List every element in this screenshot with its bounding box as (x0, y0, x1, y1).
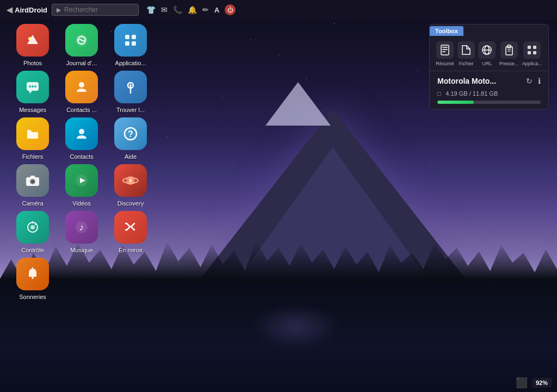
svg-rect-39 (442, 51, 445, 52)
app-item-discovery[interactable]: Discovery (109, 164, 152, 207)
storage-device-icon: □ (437, 90, 441, 97)
contacts-cyan-icon (65, 117, 98, 150)
app-item-musique[interactable]: ♪ Musique (60, 211, 103, 253)
search-icon: ▶ (57, 7, 61, 14)
app-item-contacts-cyan[interactable]: Contacts (60, 117, 103, 160)
svg-point-20 (31, 180, 34, 183)
svg-text:♪: ♪ (79, 222, 84, 233)
bottom-bar: ⬛ 92% (516, 377, 552, 389)
app-item-photos[interactable]: Photos (11, 24, 54, 66)
fichier-icon (457, 41, 475, 59)
app-item-aide[interactable]: ? Aide (109, 117, 152, 160)
svg-point-11 (34, 85, 36, 88)
en-miroir-icon (114, 211, 147, 244)
app-item-contacts-orange[interactable]: Contacts ... (60, 71, 103, 113)
app-item-fichiers[interactable]: Fichiers (11, 117, 54, 160)
storage-info: □ 4.19 GB / 11.81 GB (437, 90, 541, 97)
search-bar[interactable]: ▶ (52, 4, 139, 16)
power-icon[interactable]: ⏻ (225, 4, 236, 15)
svg-rect-48 (533, 46, 536, 49)
screen-cast-icon[interactable]: ⬛ (516, 377, 528, 389)
tool-url[interactable]: URL (478, 41, 496, 66)
aide-label: Aide (125, 153, 137, 160)
pencil-icon[interactable]: ✏ (202, 5, 209, 14)
app-item-camera[interactable]: Caméra (11, 164, 54, 207)
topbar-icons: 👕 ✉ 📞 🔔 ✏ A ⏻ (146, 4, 236, 15)
fichiers-icon (16, 117, 49, 150)
toolbox-tab[interactable]: Toolbox (430, 26, 463, 36)
app-item-controle[interactable]: Contrôle (11, 211, 54, 253)
toolbox-tools: Résumé Fichier URL Presse... (430, 36, 548, 71)
svg-rect-5 (125, 41, 129, 46)
applica-icon (523, 41, 541, 59)
applica-label: Applica... (522, 61, 542, 66)
svg-rect-49 (528, 51, 531, 54)
device-info: Motorola Moto... ↻ ℹ □ 4.19 GB / 11.81 G… (430, 71, 548, 109)
device-actions: ↻ ℹ (526, 77, 541, 85)
messages-icon (16, 71, 49, 103)
info-icon[interactable]: ℹ (538, 77, 541, 85)
camera-icon (16, 164, 49, 197)
svg-rect-3 (125, 35, 129, 39)
svg-point-27 (30, 225, 35, 229)
tool-fichier[interactable]: Fichier (457, 41, 475, 66)
app-item-messages[interactable]: Messages (11, 71, 54, 113)
contacts-orange-label: Contacts ... (66, 107, 97, 113)
shirt-icon[interactable]: 👕 (146, 5, 156, 14)
water-reflection-decoration (252, 305, 339, 349)
svg-point-10 (32, 85, 34, 88)
phone-icon[interactable]: 📞 (173, 5, 182, 14)
app-item-trouver[interactable]: Trouver l... (109, 71, 152, 113)
mail-icon[interactable]: ✉ (161, 5, 168, 14)
device-name: Motorola Moto... (437, 77, 496, 85)
aide-icon: ? (114, 117, 147, 150)
presse-icon (500, 41, 518, 59)
bell-icon[interactable]: 🔔 (188, 5, 197, 14)
photos-label: Photos (23, 60, 42, 66)
controle-label: Contrôle (21, 247, 44, 253)
camera-label: Caméra (22, 200, 43, 207)
text-icon[interactable]: A (214, 6, 219, 14)
back-arrow-icon[interactable]: ◀ (7, 5, 13, 14)
videos-label: Vidéos (72, 200, 90, 207)
contacts-cyan-label: Contacts (70, 153, 93, 160)
snow-decoration (265, 82, 331, 126)
storage-bar (437, 101, 541, 104)
app-title: AirdDroid (15, 6, 47, 14)
svg-rect-4 (132, 35, 136, 39)
journal-label: Journal d'... (66, 60, 97, 66)
app-item-videos[interactable]: Vidéos (60, 164, 103, 207)
trouver-icon (114, 71, 147, 103)
applications-icon (114, 24, 147, 57)
svg-point-25 (129, 179, 132, 182)
svg-rect-37 (442, 47, 448, 48)
search-input[interactable] (64, 6, 129, 14)
tool-applica[interactable]: Applica... (522, 41, 542, 66)
refresh-icon[interactable]: ↻ (526, 77, 533, 85)
toolbox-panel: Toolbox Résumé Fichier URL Presse... (429, 24, 549, 110)
url-label: URL (482, 61, 492, 66)
app-item-applications[interactable]: Applicatio... (109, 24, 152, 66)
controle-icon (16, 211, 49, 244)
svg-rect-34 (32, 277, 34, 279)
svg-rect-38 (442, 49, 448, 50)
photos-icon (16, 24, 49, 57)
svg-point-1 (28, 37, 32, 40)
app-item-en-miroir[interactable]: En miroir (109, 211, 152, 253)
journal-icon (65, 24, 98, 57)
app-item-sonneries[interactable]: Sonneries (11, 258, 54, 300)
svg-point-15 (79, 129, 84, 134)
resume-icon (436, 41, 454, 59)
tool-resume[interactable]: Résumé (436, 41, 454, 66)
device-header: Motorola Moto... ↻ ℹ (437, 77, 541, 85)
discovery-icon (114, 164, 147, 197)
svg-point-12 (79, 82, 84, 88)
sonneries-icon (16, 258, 49, 290)
app-logo: ◀ AirdDroid (7, 5, 47, 14)
tool-presse[interactable]: Presse... (499, 41, 519, 66)
fichiers-label: Fichiers (22, 153, 44, 160)
svg-rect-50 (533, 51, 536, 54)
storage-label: 4.19 GB / 11.81 GB (445, 90, 498, 97)
svg-point-9 (29, 85, 31, 88)
app-item-journal[interactable]: Journal d'... (60, 24, 103, 66)
